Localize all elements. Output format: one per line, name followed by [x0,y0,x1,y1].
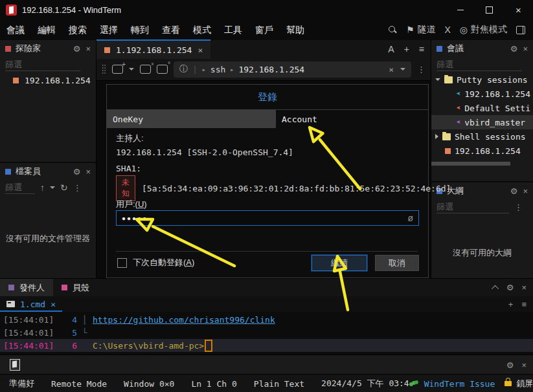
explorer-host-item[interactable]: 192.168.1.254 [0,72,96,89]
close-icon[interactable]: × [521,360,527,370]
close-icon[interactable]: × [523,44,528,54]
info-icon[interactable]: ⓘ [179,63,188,75]
tree-item-active-host[interactable]: 192.168.1.254 [431,144,533,158]
menu-session[interactable]: 會議 [0,20,31,40]
tab-account[interactable]: Account [276,110,428,128]
new-console-icon[interactable]: + [508,299,514,309]
chevron-down-icon[interactable] [129,68,134,71]
console-link[interactable]: https://github.com/chrisant996/clink [93,315,275,325]
tree-item-putty-host[interactable]: ➤ 192.168.1.254 [431,87,533,101]
titlebar: 192.168.1.254 - WindTerm × [0,0,533,19]
expander-closed-icon[interactable] [435,134,438,139]
menu-help[interactable]: 幫助 [280,20,311,40]
close-icon[interactable]: × [85,167,91,177]
more-icon[interactable]: ⋮ [73,183,82,193]
menu-edit[interactable]: 編輯 [31,20,62,40]
console-output: [15:44:01] 4 │ https://github.com/chrisa… [0,312,533,354]
horizontal-scrollbar[interactable] [431,162,510,166]
tab-menu-icon[interactable]: ≡ [419,44,424,54]
sessions-panel-icon [437,46,442,52]
password-input[interactable]: ●●●●● ø [116,210,419,226]
tab-session-1[interactable]: 1.192.168.1.254 × [96,39,210,59]
windterm-mini-logo-icon [10,359,20,371]
checkbox-icon[interactable] [117,258,127,268]
drag-handle[interactable] [102,64,106,74]
menu-tools[interactable]: 工具 [218,20,249,40]
tree-folder-putty[interactable]: Putty sessions [431,72,533,87]
cancel-button[interactable]: 取消 [375,255,419,271]
refresh-icon[interactable]: ↻ [60,183,68,192]
tree-item-vbird-master[interactable]: ➤ vbird_master [431,115,533,129]
status-doc-format[interactable]: Plain Text [254,379,304,389]
more-icon[interactable]: ⋮ [417,65,425,74]
eye-off-icon[interactable]: ø [407,213,413,223]
menu-search[interactable]: 搜索 [62,20,93,40]
menu-select[interactable]: 選擇 [93,20,124,40]
subtab-close-icon[interactable]: × [51,299,56,309]
gear-icon[interactable]: ⚙ [506,360,514,370]
status-window-size[interactable]: Window 0×0 [124,379,174,389]
outline-filter-input[interactable]: 篩選 [437,201,509,213]
up-icon[interactable]: ↑ [40,183,45,192]
tree-item-default-settings[interactable]: ➤ Default Setti [431,101,533,115]
tree-folder-shell[interactable]: Shell sessions [431,129,533,144]
host-value: 192.168.1.254 [SSH-2.0-OpenSSH_7.4] [116,147,293,157]
windterm-issue-link[interactable]: WindTerm Issue [424,379,495,389]
subtab-cmd[interactable]: 1.cmd × [0,296,62,312]
gear-icon[interactable]: ⚙ [73,44,81,54]
close-button[interactable]: × [504,0,533,19]
folder-icon [442,133,451,140]
status-mode[interactable]: Remote Mode [51,379,107,389]
gear-icon[interactable]: ⚙ [506,283,514,292]
expander-open-icon[interactable] [435,78,440,82]
continue-button[interactable]: 繼續 [312,255,367,271]
more-icon[interactable]: ⋮ [514,202,523,212]
gear-icon[interactable]: ⚙ [510,44,518,54]
chevron-down-icon[interactable] [50,186,55,189]
filer-filter-input[interactable]: 篩選 [5,182,35,194]
layout-icon[interactable] [516,26,525,34]
session-square-icon [104,47,110,53]
tab-onekey[interactable]: OneKey [107,110,276,128]
tab-sender[interactable]: 發件人 [0,279,53,296]
clear-icon[interactable]: × [389,65,394,74]
auto-login-checkbox-row[interactable]: 下次自動登錄(A) [117,257,194,268]
x-session-button[interactable]: X [444,25,450,35]
terminal-cursor[interactable] [205,340,212,352]
collapse-icon[interactable] [492,285,499,292]
close-icon[interactable]: × [523,186,528,196]
menu-mode[interactable]: 模式 [187,20,218,40]
status-cursor-pos[interactable]: Ln 1 Ch 0 [191,379,236,389]
new-tab-icon[interactable]: + [404,44,409,54]
minimize-button[interactable] [446,0,475,19]
search-icon[interactable] [389,26,397,34]
menu-goto[interactable]: 轉到 [124,20,155,40]
menu-window[interactable]: 窗戶 [249,20,280,40]
explorer-filter-input[interactable]: 篩選 [5,59,80,71]
menu-view[interactable]: 查看 [155,20,187,40]
gear-icon[interactable]: ⚙ [73,167,81,177]
tab-close-icon[interactable]: × [198,45,203,55]
console-menu-icon[interactable]: ≡ [521,299,527,309]
tunnel-button[interactable]: ⚑隧道 [406,24,436,36]
sender-panel-icon [8,285,14,290]
maximize-button[interactable] [475,0,504,19]
address-protocol[interactable]: ssh [210,65,225,74]
clone-session-button[interactable]: ° [157,65,168,74]
tab-shell[interactable]: 貝殼 [53,279,98,296]
address-bar[interactable]: ⓘ | ▸ ssh ▸ 192.168.1.254 × [174,61,411,78]
address-host[interactable]: 192.168.1.254 [238,65,304,74]
close-icon[interactable]: × [85,44,91,54]
sessions-filter-input[interactable]: 篩選 [437,59,522,71]
session-square-icon [13,78,19,83]
unknown-button[interactable]: 未知 [116,175,135,201]
font-size-icon[interactable]: A [388,44,394,54]
chevron-down-icon[interactable] [400,68,405,71]
focus-mode-button[interactable]: ◎對焦模式 [460,24,507,36]
close-icon[interactable]: × [521,283,527,292]
lock-screen-button[interactable]: 鎖屏 [516,378,533,389]
gear-icon[interactable]: ⚙ [510,186,518,196]
close-session-button[interactable]: ˣ [140,65,151,74]
new-session-button[interactable]: + [112,65,123,74]
breadcrumb-arrow-icon: ▸ [230,66,234,73]
